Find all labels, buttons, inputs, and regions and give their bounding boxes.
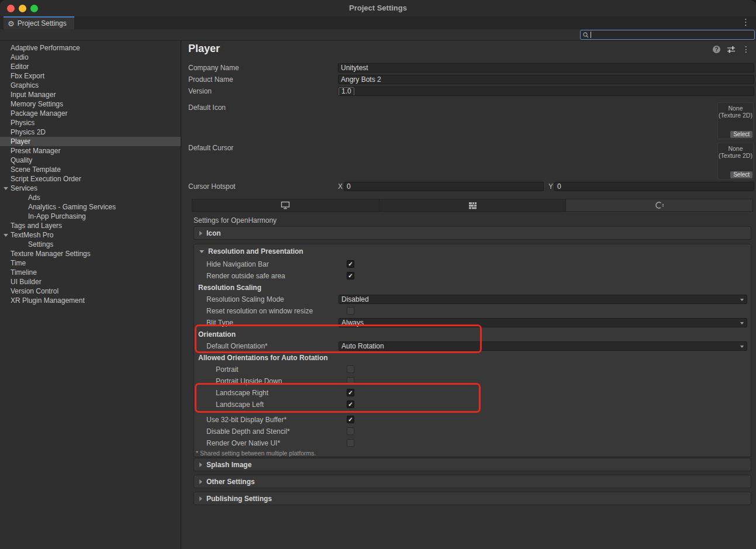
page-title: Player xyxy=(188,43,220,55)
platform-tab[interactable] xyxy=(566,199,752,211)
sidebar-item-preset-manager[interactable]: Preset Manager xyxy=(0,146,181,156)
foldout-other-settings[interactable]: Other Settings xyxy=(194,475,751,488)
gear-icon: ⚙ xyxy=(8,20,15,27)
sidebar-item-audio[interactable]: Audio xyxy=(0,53,181,62)
select-button[interactable]: Select xyxy=(730,171,752,178)
sidebar-item-player[interactable]: Player xyxy=(0,137,181,146)
foldout-splash-image[interactable]: Splash Image xyxy=(194,458,751,471)
foldout-label: Icon xyxy=(206,229,221,237)
checkbox[interactable]: ✓ xyxy=(347,260,354,268)
chevron-right-icon xyxy=(199,231,202,236)
platform-tab[interactable] xyxy=(192,199,379,211)
checkbox[interactable]: ✓ xyxy=(347,400,354,408)
dedicated-server-platform-icon xyxy=(468,202,477,209)
field-label: Default Icon xyxy=(188,103,226,112)
sidebar-item-scene-template[interactable]: Scene Template xyxy=(0,165,181,174)
sidebar-item-texture-manager-settings[interactable]: Texture Manager Settings xyxy=(0,249,181,258)
sidebar-item-physics-2d[interactable]: Physics 2D xyxy=(0,127,181,137)
sidebar-item-memory-settings[interactable]: Memory Settings xyxy=(0,99,181,109)
sidebar-item-package-manager[interactable]: Package Manager xyxy=(0,109,181,118)
sidebar-item-services[interactable]: Services xyxy=(0,184,181,193)
default-orientation--dropdown[interactable]: Auto Rotation xyxy=(339,341,747,351)
sidebar-item-label: Physics xyxy=(11,119,34,127)
sidebar-item-ui-builder[interactable]: UI Builder xyxy=(0,277,181,286)
setting-label: Hide Navigation Bar xyxy=(206,260,269,268)
sidebar-item-editor[interactable]: Editor xyxy=(0,62,181,71)
resolution-scaling-mode-dropdown[interactable]: Disabled xyxy=(339,295,747,304)
foldout-label: Splash Image xyxy=(206,461,251,469)
preset-icon[interactable] xyxy=(727,46,736,53)
checkbox[interactable] xyxy=(347,377,354,385)
setting-row-portrait-upside-down: Portrait Upside Down xyxy=(194,375,751,387)
sidebar-item-fbx-export[interactable]: Fbx Export xyxy=(0,71,181,81)
default-cursor-slot[interactable]: None(Texture 2D)Select xyxy=(717,143,754,179)
sidebar-item-label: In-App Purchasing xyxy=(28,212,86,220)
setting-label: Resolution Scaling xyxy=(198,284,261,292)
field-label: Default Cursor xyxy=(188,144,233,152)
sidebar-item-in-app-purchasing[interactable]: In-App Purchasing xyxy=(0,212,181,221)
chevron-down-icon[interactable] xyxy=(4,234,8,237)
sidebar-item-label: UI Builder xyxy=(11,278,42,286)
foldout-icon[interactable]: Icon xyxy=(194,226,751,240)
sidebar-item-script-execution-order[interactable]: Script Execution Order xyxy=(0,174,181,184)
sidebar-item-input-manager[interactable]: Input Manager xyxy=(0,90,181,99)
project-settings-window: Project Settings ⚙ Project Settings ⋮ Ad… xyxy=(0,0,756,549)
setting-label: Blit Type xyxy=(206,319,233,327)
sidebar-item-analytics-gaming-services[interactable]: Analytics - Gaming Services xyxy=(0,202,181,212)
product-name-input[interactable]: Angry Bots 2 xyxy=(338,75,754,84)
blit-type-dropdown[interactable]: Always xyxy=(339,318,747,327)
sidebar-item-label: Ads xyxy=(28,194,40,202)
checkbox[interactable]: ✓ xyxy=(347,389,354,396)
foldout-header[interactable]: Resolution and Presentation xyxy=(194,244,751,258)
search-icon xyxy=(583,32,589,38)
sidebar-item-label: Script Execution Order xyxy=(11,175,81,183)
checkbox[interactable]: ✓ xyxy=(347,272,354,279)
sidebar-item-graphics[interactable]: Graphics xyxy=(0,81,181,90)
foldout-publishing-settings[interactable]: Publishing Settings xyxy=(194,492,751,505)
sidebar-item-xr-plugin-management[interactable]: XR Plugin Management xyxy=(0,296,181,305)
sidebar-item-label: Analytics - Gaming Services xyxy=(28,203,116,211)
version-input[interactable]: 1.0 xyxy=(338,87,754,96)
setting-row-render-over-native-ui-: Render Over Native UI* xyxy=(194,437,751,449)
hotspot-x-input[interactable]: 0 xyxy=(344,182,544,191)
sidebar-item-quality[interactable]: Quality xyxy=(0,156,181,165)
field-value: 1.0 xyxy=(339,87,354,96)
tab-project-settings[interactable]: ⚙ Project Settings xyxy=(4,16,74,29)
chevron-down-icon[interactable] xyxy=(4,187,8,190)
window-title: Project Settings xyxy=(0,4,756,12)
select-button[interactable]: Select xyxy=(730,131,752,138)
setting-row-blit-type: Blit TypeAlways xyxy=(194,317,751,329)
search-input[interactable] xyxy=(580,30,755,40)
sidebar-item-adaptive-performance[interactable]: Adaptive Performance xyxy=(0,43,181,53)
setting-label: Allowed Orientations for Auto Rotation xyxy=(198,354,328,362)
checkbox[interactable] xyxy=(347,439,354,447)
company-name-input[interactable]: Unitytest xyxy=(338,63,754,72)
sidebar-item-version-control[interactable]: Version Control xyxy=(0,286,181,296)
sidebar-item-label: Preset Manager xyxy=(11,147,60,155)
sidebar-item-settings[interactable]: Settings xyxy=(0,240,181,249)
default-icon-slot[interactable]: None(Texture 2D)Select xyxy=(717,102,754,139)
sidebar-item-label: Tags and Layers xyxy=(11,222,62,230)
platform-tab[interactable] xyxy=(379,199,567,211)
setting-label: Default Orientation* xyxy=(206,342,268,350)
sidebar-item-textmesh-pro[interactable]: TextMesh Pro xyxy=(0,230,181,240)
sidebar-item-physics[interactable]: Physics xyxy=(0,118,181,127)
slot-value: None xyxy=(718,145,753,152)
sidebar-item-time[interactable]: Time xyxy=(0,258,181,268)
note-text: * Shared setting between multiple platfo… xyxy=(196,450,316,457)
kebab-menu-icon[interactable]: ⋮ xyxy=(742,46,750,53)
hotspot-y-input[interactable]: 0 xyxy=(554,182,754,191)
kebab-menu-icon[interactable]: ⋮ xyxy=(741,17,750,27)
sidebar-item-tags-and-layers[interactable]: Tags and Layers xyxy=(0,221,181,230)
field-label: Product Name xyxy=(188,75,233,84)
slot-value-type: (Texture 2D) xyxy=(718,152,753,159)
checkbox[interactable] xyxy=(347,365,354,373)
help-icon[interactable]: ? xyxy=(713,46,720,53)
checkbox[interactable] xyxy=(347,307,354,315)
checkbox[interactable] xyxy=(347,427,354,435)
checkbox[interactable]: ✓ xyxy=(347,416,354,423)
sidebar-item-timeline[interactable]: Timeline xyxy=(0,268,181,277)
slot-value-type: (Texture 2D) xyxy=(718,112,753,119)
sidebar-item-label: Version Control xyxy=(11,287,58,295)
sidebar-item-ads[interactable]: Ads xyxy=(0,193,181,202)
